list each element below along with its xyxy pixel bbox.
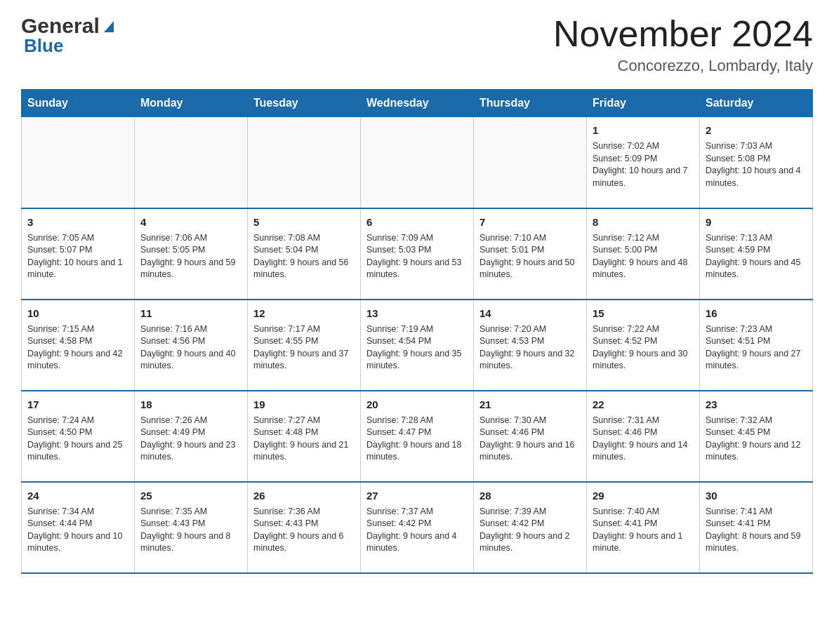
day-number: 1 [593, 123, 694, 137]
calendar-cell: 2Sunrise: 7:03 AM Sunset: 5:08 PM Daylig… [700, 117, 813, 208]
calendar-cell: 24Sunrise: 7:34 AM Sunset: 4:44 PM Dayli… [22, 482, 135, 573]
day-number: 27 [366, 488, 468, 503]
day-number: 21 [479, 397, 581, 412]
day-info: Sunrise: 7:08 AM Sunset: 5:04 PM Dayligh… [253, 232, 355, 281]
calendar-cell: 18Sunrise: 7:26 AM Sunset: 4:49 PM Dayli… [135, 391, 248, 482]
calendar-cell [135, 117, 248, 208]
calendar-cell [22, 117, 135, 208]
calendar-table: SundayMondayTuesdayWednesdayThursdayFrid… [21, 89, 813, 574]
calendar-week-row: 3Sunrise: 7:05 AM Sunset: 5:07 PM Daylig… [22, 208, 813, 300]
day-number: 15 [593, 306, 694, 321]
day-number: 28 [479, 488, 581, 503]
day-number: 6 [366, 215, 468, 229]
day-info: Sunrise: 7:15 AM Sunset: 4:58 PM Dayligh… [27, 323, 128, 373]
month-title: November 2024 [553, 14, 813, 54]
day-info: Sunrise: 7:16 AM Sunset: 4:56 PM Dayligh… [140, 323, 241, 373]
day-info: Sunrise: 7:31 AM Sunset: 4:46 PM Dayligh… [593, 415, 694, 464]
day-number: 11 [140, 306, 241, 321]
day-number: 5 [253, 215, 355, 229]
day-number: 18 [140, 397, 241, 412]
calendar-cell: 28Sunrise: 7:39 AM Sunset: 4:42 PM Dayli… [474, 482, 587, 573]
calendar-cell: 26Sunrise: 7:36 AM Sunset: 4:43 PM Dayli… [248, 482, 361, 573]
page-header: General Blue November 2024 Concorezzo, L… [21, 14, 813, 75]
day-number: 4 [140, 215, 241, 229]
day-info: Sunrise: 7:03 AM Sunset: 5:08 PM Dayligh… [706, 140, 807, 189]
calendar-cell [248, 117, 361, 208]
day-info: Sunrise: 7:24 AM Sunset: 4:50 PM Dayligh… [27, 415, 128, 464]
day-info: Sunrise: 7:09 AM Sunset: 5:03 PM Dayligh… [366, 232, 468, 281]
calendar-cell: 7Sunrise: 7:10 AM Sunset: 5:01 PM Daylig… [474, 208, 587, 300]
day-info: Sunrise: 7:06 AM Sunset: 5:05 PM Dayligh… [140, 232, 241, 281]
day-number: 13 [366, 306, 468, 321]
day-number: 24 [27, 488, 128, 503]
calendar-cell: 21Sunrise: 7:30 AM Sunset: 4:46 PM Dayli… [474, 391, 587, 482]
day-of-week-header: Sunday [22, 90, 135, 117]
logo-triangle-icon [101, 18, 117, 34]
calendar-week-row: 10Sunrise: 7:15 AM Sunset: 4:58 PM Dayli… [22, 300, 813, 391]
day-number: 22 [593, 397, 694, 412]
day-info: Sunrise: 7:22 AM Sunset: 4:52 PM Dayligh… [593, 323, 694, 373]
day-info: Sunrise: 7:34 AM Sunset: 4:44 PM Dayligh… [27, 506, 128, 555]
calendar-week-row: 1Sunrise: 7:02 AM Sunset: 5:09 PM Daylig… [22, 117, 813, 208]
day-info: Sunrise: 7:27 AM Sunset: 4:48 PM Dayligh… [253, 415, 355, 464]
calendar-cell: 29Sunrise: 7:40 AM Sunset: 4:41 PM Dayli… [587, 482, 700, 573]
day-info: Sunrise: 7:26 AM Sunset: 4:49 PM Dayligh… [140, 415, 241, 464]
calendar-cell: 22Sunrise: 7:31 AM Sunset: 4:46 PM Dayli… [587, 391, 700, 482]
calendar-cell: 12Sunrise: 7:17 AM Sunset: 4:55 PM Dayli… [248, 300, 361, 391]
day-info: Sunrise: 7:05 AM Sunset: 5:07 PM Dayligh… [27, 232, 128, 281]
calendar-cell: 14Sunrise: 7:20 AM Sunset: 4:53 PM Dayli… [474, 300, 587, 391]
day-number: 2 [706, 123, 807, 137]
calendar-cell [474, 117, 587, 208]
day-info: Sunrise: 7:35 AM Sunset: 4:43 PM Dayligh… [140, 506, 241, 555]
day-number: 23 [706, 397, 807, 412]
calendar-week-row: 24Sunrise: 7:34 AM Sunset: 4:44 PM Dayli… [22, 482, 813, 573]
day-number: 16 [706, 306, 807, 321]
calendar-cell: 4Sunrise: 7:06 AM Sunset: 5:05 PM Daylig… [135, 208, 248, 300]
calendar-cell: 19Sunrise: 7:27 AM Sunset: 4:48 PM Dayli… [248, 391, 361, 482]
day-number: 30 [706, 488, 807, 503]
day-info: Sunrise: 7:36 AM Sunset: 4:43 PM Dayligh… [253, 506, 355, 555]
calendar-cell: 20Sunrise: 7:28 AM Sunset: 4:47 PM Dayli… [361, 391, 474, 482]
day-number: 29 [593, 488, 694, 503]
day-of-week-header: Thursday [474, 90, 587, 117]
day-info: Sunrise: 7:28 AM Sunset: 4:47 PM Dayligh… [366, 415, 468, 464]
day-number: 8 [593, 215, 694, 229]
day-number: 14 [479, 306, 581, 321]
day-info: Sunrise: 7:02 AM Sunset: 5:09 PM Dayligh… [593, 140, 694, 189]
day-number: 26 [253, 488, 355, 503]
day-info: Sunrise: 7:12 AM Sunset: 5:00 PM Dayligh… [593, 232, 694, 281]
day-info: Sunrise: 7:23 AM Sunset: 4:51 PM Dayligh… [706, 323, 807, 373]
day-info: Sunrise: 7:32 AM Sunset: 4:45 PM Dayligh… [706, 415, 807, 464]
title-area: November 2024 Concorezzo, Lombardy, Ital… [553, 14, 813, 75]
calendar-cell: 9Sunrise: 7:13 AM Sunset: 4:59 PM Daylig… [700, 208, 813, 300]
calendar-cell: 8Sunrise: 7:12 AM Sunset: 5:00 PM Daylig… [587, 208, 700, 300]
day-of-week-header: Monday [135, 90, 248, 117]
calendar-cell: 11Sunrise: 7:16 AM Sunset: 4:56 PM Dayli… [135, 300, 248, 391]
day-info: Sunrise: 7:19 AM Sunset: 4:54 PM Dayligh… [366, 323, 468, 373]
day-number: 7 [479, 215, 581, 229]
day-of-week-header: Wednesday [361, 90, 474, 117]
day-info: Sunrise: 7:37 AM Sunset: 4:42 PM Dayligh… [366, 506, 468, 555]
calendar-cell: 30Sunrise: 7:41 AM Sunset: 4:41 PM Dayli… [700, 482, 813, 573]
day-number: 9 [706, 215, 807, 229]
calendar-cell: 1Sunrise: 7:02 AM Sunset: 5:09 PM Daylig… [587, 117, 700, 208]
calendar-cell [361, 117, 474, 208]
day-number: 10 [27, 306, 128, 321]
calendar-cell: 6Sunrise: 7:09 AM Sunset: 5:03 PM Daylig… [361, 208, 474, 300]
calendar-cell: 16Sunrise: 7:23 AM Sunset: 4:51 PM Dayli… [700, 300, 813, 391]
day-number: 17 [27, 397, 128, 412]
calendar-header-row: SundayMondayTuesdayWednesdayThursdayFrid… [22, 90, 813, 117]
day-number: 20 [366, 397, 468, 412]
calendar-cell: 10Sunrise: 7:15 AM Sunset: 4:58 PM Dayli… [22, 300, 135, 391]
calendar-cell: 17Sunrise: 7:24 AM Sunset: 4:50 PM Dayli… [22, 391, 135, 482]
day-info: Sunrise: 7:20 AM Sunset: 4:53 PM Dayligh… [479, 323, 581, 373]
day-number: 12 [253, 306, 355, 321]
calendar-cell: 5Sunrise: 7:08 AM Sunset: 5:04 PM Daylig… [248, 208, 361, 300]
day-info: Sunrise: 7:17 AM Sunset: 4:55 PM Dayligh… [253, 323, 355, 373]
calendar-cell: 13Sunrise: 7:19 AM Sunset: 4:54 PM Dayli… [361, 300, 474, 391]
day-of-week-header: Saturday [700, 90, 813, 117]
day-info: Sunrise: 7:39 AM Sunset: 4:42 PM Dayligh… [479, 506, 581, 555]
day-info: Sunrise: 7:40 AM Sunset: 4:41 PM Dayligh… [593, 506, 694, 555]
day-number: 3 [27, 215, 128, 229]
location-label: Concorezzo, Lombardy, Italy [553, 57, 813, 75]
